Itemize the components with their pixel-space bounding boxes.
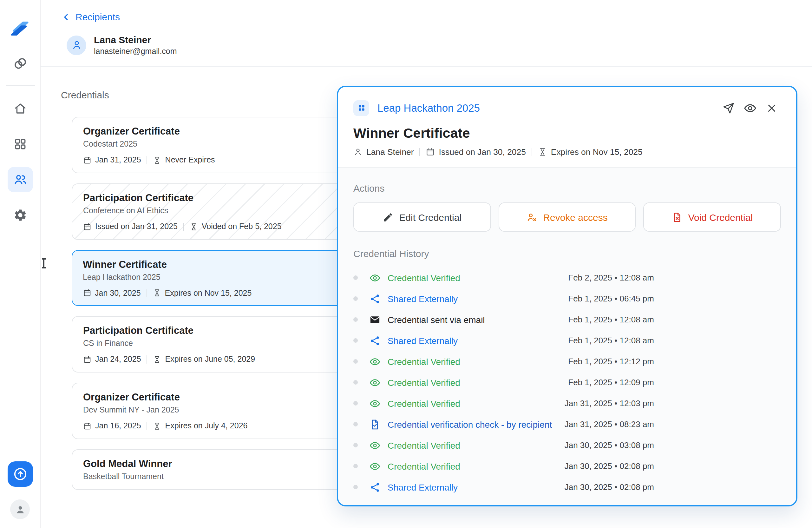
history-event-label: Credential Verified [388,461,460,471]
home-icon [13,102,27,115]
eye-icon [369,377,381,388]
history-timestamp: Jan 30, 2025 • 02:08 pm [565,482,654,492]
history-timestamp: Jan 31, 2025 • 08:23 am [565,419,654,429]
history-timestamp: Feb 1, 2025 • 12:08 am [568,315,654,324]
preview-credential-button[interactable] [739,98,760,117]
header-divider [40,66,812,67]
timeline-dot [353,296,358,301]
history-item: Credential sent via emailFeb 1, 2025 • 1… [353,309,654,330]
calendar-icon [83,355,91,363]
sidebar [0,0,41,528]
eye-icon [369,398,381,409]
meta-separator [147,355,147,363]
panel-body: Actions Edit CredentialRevoke accessVoid… [338,168,796,505]
file-x-icon [672,212,683,223]
timeline-dot [353,485,358,489]
send-credential-button[interactable] [717,98,739,117]
edit-credential-button[interactable]: Edit Credential [353,202,491,232]
history-item: Shared ExternallyFeb 1, 2025 • 06:45 pm [353,288,654,309]
history-timestamp: Feb 1, 2025 • 06:45 pm [568,294,654,303]
history-event-label: Credential verification check - by recip… [388,419,552,429]
eye-icon [369,440,381,451]
back-label: Recipients [75,11,120,22]
history-timestamp: Feb 1, 2025 • 12:12 pm [568,357,654,366]
recipient-profile: Lana Steiner lanasteiner@gmail.com [67,34,812,56]
history-timestamp: Feb 1, 2025 • 12:08 am [568,336,654,345]
history-item: Credential VerifiedFeb 1, 2025 • 12:09 p… [353,372,654,393]
credential-expiry: Expires on Nov 15, 2025 [165,288,252,297]
account-avatar[interactable] [10,499,30,519]
meta-recipient: Lana Steiner [366,147,414,157]
history-event-label: Credential Verified [388,440,460,450]
history-item: Credential verification check - by recip… [353,414,654,435]
recipient-name: Lana Steiner [94,34,177,45]
history-timestamp: Jan 30, 2025 • 03:08 pm [565,440,654,450]
actions-section-label: Actions [353,183,781,194]
revoke-access-button[interactable]: Revoke access [498,202,636,232]
history-event-label: Credential Verified [388,377,460,387]
history-event-label: Credential Verified [388,273,460,283]
credential-date: Jan 30, 2025 [95,288,141,297]
eye-icon [369,356,381,367]
credential-date: Jan 16, 2025 [95,422,141,430]
history-event-label: Credential sent via email [388,314,485,325]
history-item: Credential VerifiedJan 30, 2025 • 02:08 … [353,456,654,476]
meta-separator [147,422,147,430]
meta-separator [147,289,147,297]
hourglass-icon [190,223,198,231]
person-icon [71,39,82,51]
panel-header: Leap Hackathon 2025 Winner Certificate L… [338,87,796,168]
eye-icon [743,101,756,115]
hourglass-icon [153,355,161,363]
history-timestamp: Jan 30, 2025 • 02:08 pm [565,461,654,471]
hourglass-icon [538,147,547,157]
close-panel-button[interactable] [760,98,782,117]
upload-button[interactable] [7,461,33,487]
meta-separator [420,148,420,156]
timeline-dot [353,338,358,343]
rings-icon[interactable] [12,56,28,71]
history-event-label: Shared Externally [388,294,458,304]
send-icon [722,102,734,114]
credential-detail-title: Winner Certificate [353,126,782,142]
profile-person-icon [14,503,26,515]
sidebar-item-recipients[interactable] [7,167,33,192]
sidebar-nav [7,96,33,228]
logo-icon[interactable] [9,19,31,38]
person-x-icon [526,212,537,223]
timeline-dot [353,380,358,385]
eye-icon [369,272,381,283]
share-icon [369,481,381,493]
sidebar-item-home[interactable] [7,96,33,121]
meta-separator [147,156,147,164]
upload-arrow-icon [12,467,28,482]
mail-icon [369,314,381,325]
history-event-label: Shared Externally [388,482,458,492]
void-credential-label: Void Credential [688,212,753,223]
hourglass-icon [153,156,161,164]
timeline-dot [353,422,358,427]
revoke-access-label: Revoke access [543,212,607,223]
eye-icon [369,502,381,505]
recipients-icon [13,173,27,187]
history-item: Credential VerifiedFeb 2, 2025 • 12:08 a… [353,267,654,288]
campaign-badge [353,100,369,116]
credential-expiry: Expires on June 05, 2029 [165,355,255,363]
app-root: Recipients Lana Steiner lanasteiner@gmai… [0,0,812,528]
recipient-avatar [67,35,86,55]
sidebar-item-settings[interactable] [7,202,33,228]
person-icon [353,147,363,157]
back-link[interactable]: Recipients [61,11,120,22]
calendar-icon [83,223,91,231]
eye-icon [369,460,381,472]
sidebar-item-apps[interactable] [7,131,33,157]
settings-gear-icon [13,208,27,222]
meta-expires: Expires on Nov 15, 2025 [551,147,643,157]
void-credential-button[interactable]: Void Credential [643,202,781,232]
history-item: Credential VerifiedJan 31, 2025 • 12:03 … [353,393,654,414]
credential-date: Issued on Jan 31, 2025 [95,222,178,231]
history-event-label: Credential Verified [388,356,460,367]
sidebar-divider [5,85,34,86]
history-section-label: Credential History [353,248,781,259]
campaign-link[interactable]: Leap Hackathon 2025 [377,102,480,114]
